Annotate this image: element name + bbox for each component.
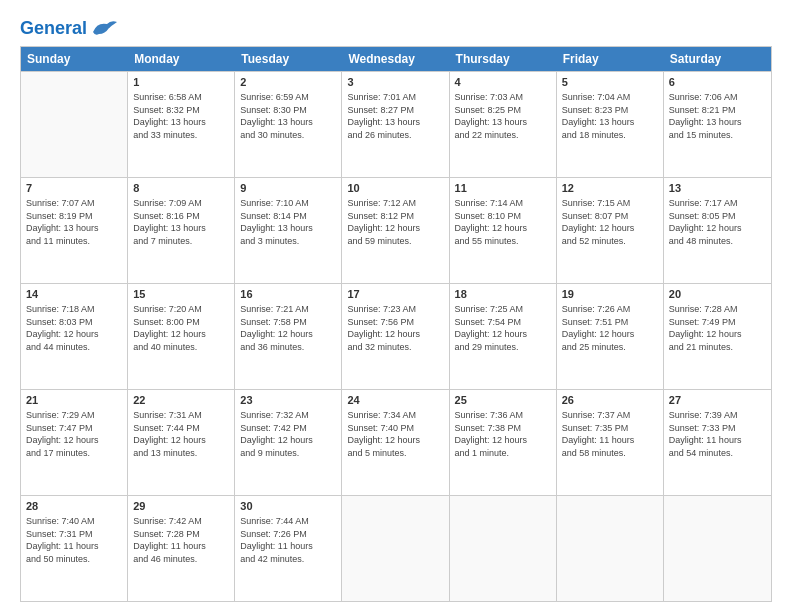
day-number: 24 [347, 393, 443, 408]
calendar-day-empty [342, 496, 449, 601]
day-info: Sunrise: 7:12 AM Sunset: 8:12 PM Dayligh… [347, 198, 420, 246]
weekday-header-friday: Friday [557, 47, 664, 71]
calendar-day-21: 21Sunrise: 7:29 AM Sunset: 7:47 PM Dayli… [21, 390, 128, 495]
calendar-day-16: 16Sunrise: 7:21 AM Sunset: 7:58 PM Dayli… [235, 284, 342, 389]
calendar-day-25: 25Sunrise: 7:36 AM Sunset: 7:38 PM Dayli… [450, 390, 557, 495]
day-number: 8 [133, 181, 229, 196]
calendar-header: SundayMondayTuesdayWednesdayThursdayFrid… [21, 47, 771, 71]
day-number: 13 [669, 181, 766, 196]
day-number: 6 [669, 75, 766, 90]
weekday-header-wednesday: Wednesday [342, 47, 449, 71]
calendar-day-3: 3Sunrise: 7:01 AM Sunset: 8:27 PM Daylig… [342, 72, 449, 177]
day-info: Sunrise: 7:09 AM Sunset: 8:16 PM Dayligh… [133, 198, 206, 246]
calendar-day-30: 30Sunrise: 7:44 AM Sunset: 7:26 PM Dayli… [235, 496, 342, 601]
day-info: Sunrise: 6:59 AM Sunset: 8:30 PM Dayligh… [240, 92, 313, 140]
day-info: Sunrise: 7:42 AM Sunset: 7:28 PM Dayligh… [133, 516, 206, 564]
weekday-header-monday: Monday [128, 47, 235, 71]
calendar-day-27: 27Sunrise: 7:39 AM Sunset: 7:33 PM Dayli… [664, 390, 771, 495]
calendar-day-1: 1Sunrise: 6:58 AM Sunset: 8:32 PM Daylig… [128, 72, 235, 177]
calendar-day-7: 7Sunrise: 7:07 AM Sunset: 8:19 PM Daylig… [21, 178, 128, 283]
calendar-day-5: 5Sunrise: 7:04 AM Sunset: 8:23 PM Daylig… [557, 72, 664, 177]
calendar-day-2: 2Sunrise: 6:59 AM Sunset: 8:30 PM Daylig… [235, 72, 342, 177]
day-number: 11 [455, 181, 551, 196]
logo: General [20, 18, 117, 36]
calendar-day-empty [664, 496, 771, 601]
day-info: Sunrise: 7:18 AM Sunset: 8:03 PM Dayligh… [26, 304, 99, 352]
day-info: Sunrise: 7:40 AM Sunset: 7:31 PM Dayligh… [26, 516, 99, 564]
day-number: 18 [455, 287, 551, 302]
day-info: Sunrise: 7:28 AM Sunset: 7:49 PM Dayligh… [669, 304, 742, 352]
weekday-header-sunday: Sunday [21, 47, 128, 71]
day-number: 15 [133, 287, 229, 302]
logo-text: General [20, 19, 87, 39]
calendar-day-26: 26Sunrise: 7:37 AM Sunset: 7:35 PM Dayli… [557, 390, 664, 495]
day-info: Sunrise: 7:07 AM Sunset: 8:19 PM Dayligh… [26, 198, 99, 246]
day-number: 29 [133, 499, 229, 514]
day-info: Sunrise: 7:20 AM Sunset: 8:00 PM Dayligh… [133, 304, 206, 352]
day-info: Sunrise: 7:06 AM Sunset: 8:21 PM Dayligh… [669, 92, 742, 140]
day-number: 4 [455, 75, 551, 90]
day-info: Sunrise: 7:25 AM Sunset: 7:54 PM Dayligh… [455, 304, 528, 352]
day-info: Sunrise: 7:03 AM Sunset: 8:25 PM Dayligh… [455, 92, 528, 140]
calendar-day-22: 22Sunrise: 7:31 AM Sunset: 7:44 PM Dayli… [128, 390, 235, 495]
day-number: 3 [347, 75, 443, 90]
day-number: 28 [26, 499, 122, 514]
day-info: Sunrise: 7:15 AM Sunset: 8:07 PM Dayligh… [562, 198, 635, 246]
day-info: Sunrise: 7:29 AM Sunset: 7:47 PM Dayligh… [26, 410, 99, 458]
calendar-row-2: 7Sunrise: 7:07 AM Sunset: 8:19 PM Daylig… [21, 177, 771, 283]
day-info: Sunrise: 7:04 AM Sunset: 8:23 PM Dayligh… [562, 92, 635, 140]
day-info: Sunrise: 7:36 AM Sunset: 7:38 PM Dayligh… [455, 410, 528, 458]
day-info: Sunrise: 7:31 AM Sunset: 7:44 PM Dayligh… [133, 410, 206, 458]
day-number: 9 [240, 181, 336, 196]
day-info: Sunrise: 7:39 AM Sunset: 7:33 PM Dayligh… [669, 410, 742, 458]
day-info: Sunrise: 7:23 AM Sunset: 7:56 PM Dayligh… [347, 304, 420, 352]
day-info: Sunrise: 7:32 AM Sunset: 7:42 PM Dayligh… [240, 410, 313, 458]
day-number: 23 [240, 393, 336, 408]
calendar-body: 1Sunrise: 6:58 AM Sunset: 8:32 PM Daylig… [21, 71, 771, 601]
calendar-day-10: 10Sunrise: 7:12 AM Sunset: 8:12 PM Dayli… [342, 178, 449, 283]
calendar-day-20: 20Sunrise: 7:28 AM Sunset: 7:49 PM Dayli… [664, 284, 771, 389]
page: General SundayMondayTuesdayWednesdayThur… [0, 0, 792, 612]
calendar: SundayMondayTuesdayWednesdayThursdayFrid… [20, 46, 772, 602]
calendar-day-24: 24Sunrise: 7:34 AM Sunset: 7:40 PM Dayli… [342, 390, 449, 495]
day-info: Sunrise: 7:26 AM Sunset: 7:51 PM Dayligh… [562, 304, 635, 352]
day-number: 19 [562, 287, 658, 302]
calendar-row-3: 14Sunrise: 7:18 AM Sunset: 8:03 PM Dayli… [21, 283, 771, 389]
calendar-row-1: 1Sunrise: 6:58 AM Sunset: 8:32 PM Daylig… [21, 71, 771, 177]
day-info: Sunrise: 7:17 AM Sunset: 8:05 PM Dayligh… [669, 198, 742, 246]
day-info: Sunrise: 7:44 AM Sunset: 7:26 PM Dayligh… [240, 516, 313, 564]
day-number: 12 [562, 181, 658, 196]
day-info: Sunrise: 7:01 AM Sunset: 8:27 PM Dayligh… [347, 92, 420, 140]
day-number: 17 [347, 287, 443, 302]
calendar-day-28: 28Sunrise: 7:40 AM Sunset: 7:31 PM Dayli… [21, 496, 128, 601]
calendar-day-17: 17Sunrise: 7:23 AM Sunset: 7:56 PM Dayli… [342, 284, 449, 389]
calendar-row-5: 28Sunrise: 7:40 AM Sunset: 7:31 PM Dayli… [21, 495, 771, 601]
day-number: 22 [133, 393, 229, 408]
weekday-header-tuesday: Tuesday [235, 47, 342, 71]
logo-bird-icon [89, 18, 117, 40]
calendar-day-29: 29Sunrise: 7:42 AM Sunset: 7:28 PM Dayli… [128, 496, 235, 601]
calendar-row-4: 21Sunrise: 7:29 AM Sunset: 7:47 PM Dayli… [21, 389, 771, 495]
day-info: Sunrise: 6:58 AM Sunset: 8:32 PM Dayligh… [133, 92, 206, 140]
weekday-header-saturday: Saturday [664, 47, 771, 71]
calendar-day-6: 6Sunrise: 7:06 AM Sunset: 8:21 PM Daylig… [664, 72, 771, 177]
calendar-day-4: 4Sunrise: 7:03 AM Sunset: 8:25 PM Daylig… [450, 72, 557, 177]
calendar-day-9: 9Sunrise: 7:10 AM Sunset: 8:14 PM Daylig… [235, 178, 342, 283]
weekday-header-thursday: Thursday [450, 47, 557, 71]
day-number: 20 [669, 287, 766, 302]
calendar-day-empty [21, 72, 128, 177]
day-number: 5 [562, 75, 658, 90]
day-number: 16 [240, 287, 336, 302]
calendar-day-11: 11Sunrise: 7:14 AM Sunset: 8:10 PM Dayli… [450, 178, 557, 283]
calendar-day-empty [450, 496, 557, 601]
day-info: Sunrise: 7:34 AM Sunset: 7:40 PM Dayligh… [347, 410, 420, 458]
calendar-day-15: 15Sunrise: 7:20 AM Sunset: 8:00 PM Dayli… [128, 284, 235, 389]
day-number: 2 [240, 75, 336, 90]
day-number: 10 [347, 181, 443, 196]
calendar-day-13: 13Sunrise: 7:17 AM Sunset: 8:05 PM Dayli… [664, 178, 771, 283]
header: General [20, 18, 772, 36]
day-number: 7 [26, 181, 122, 196]
day-number: 21 [26, 393, 122, 408]
day-info: Sunrise: 7:14 AM Sunset: 8:10 PM Dayligh… [455, 198, 528, 246]
calendar-day-8: 8Sunrise: 7:09 AM Sunset: 8:16 PM Daylig… [128, 178, 235, 283]
